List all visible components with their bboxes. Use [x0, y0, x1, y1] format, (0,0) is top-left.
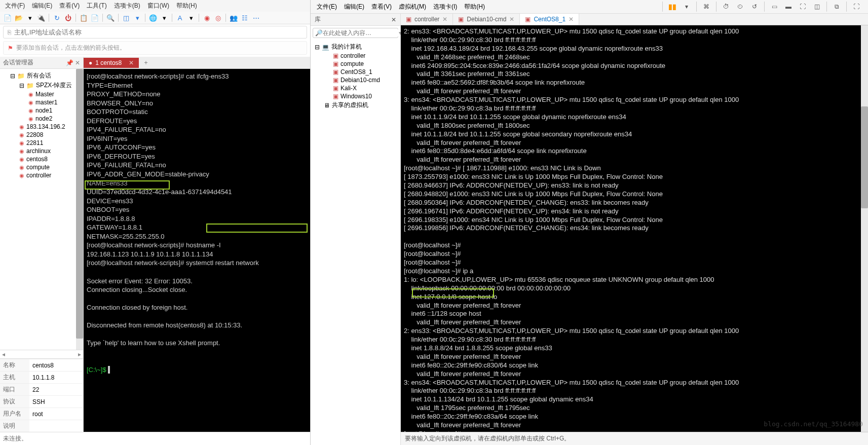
vm-menu-vm[interactable]: 虚拟机(M): [399, 3, 426, 11]
tree-scrollbar[interactable]: [76, 69, 83, 350]
vmware-window: 文件(E) 编辑(E) 查看(V) 虚拟机(M) 选项卡(I) 帮助(H) ▮▮…: [311, 0, 868, 445]
address-input[interactable]: [14, 28, 303, 36]
menu-tabs[interactable]: 选项卡(B): [114, 2, 140, 10]
xftp-icon[interactable]: ◉: [202, 13, 211, 22]
tree-item-master-u[interactable]: Master: [35, 91, 54, 98]
view-fullscreen-icon[interactable]: ⛶: [797, 2, 808, 12]
reconnect-icon[interactable]: ↻: [52, 13, 61, 22]
send-ctrl-alt-del-icon[interactable]: ⌘: [701, 2, 712, 12]
vm-menu-file[interactable]: 文件(E): [317, 3, 337, 11]
paste-icon[interactable]: 📄: [90, 13, 99, 22]
snapshot-revert-icon[interactable]: ↺: [749, 2, 760, 12]
vm-menu-view[interactable]: 查看(V): [371, 3, 392, 11]
lib-debian10[interactable]: Debian10-cmd: [341, 77, 380, 84]
view-single-icon[interactable]: ▭: [769, 2, 780, 12]
tree-folder1[interactable]: SPZX-悼度云: [36, 81, 72, 90]
disconnect-icon[interactable]: ⏻: [63, 13, 72, 22]
lib-root[interactable]: 我的计算机: [331, 43, 362, 51]
lib-controller[interactable]: controller: [341, 52, 365, 59]
pause-button[interactable]: ▮▮: [667, 2, 678, 12]
tool3-icon[interactable]: ☷: [240, 13, 249, 22]
connect-icon[interactable]: 🔌: [36, 13, 46, 22]
pin-close-icons[interactable]: 📌 ✕: [66, 59, 80, 66]
prop-desc-val: [29, 420, 83, 432]
prop-desc-label: 说明: [0, 420, 29, 432]
close-icon[interactable]: ✕: [442, 16, 447, 23]
prop-host-val: 10.1.1.8: [29, 372, 83, 384]
menu-help[interactable]: 帮助(H): [176, 2, 197, 10]
font-icon[interactable]: A: [175, 13, 184, 22]
close-icon[interactable]: ✕: [509, 16, 514, 23]
tool2-icon[interactable]: ◎: [213, 13, 222, 22]
menu-edit[interactable]: 编辑(E): [32, 2, 52, 10]
power-dropdown-icon[interactable]: ▾: [681, 2, 692, 12]
prop-port-val: 22: [29, 384, 83, 396]
open-icon[interactable]: 📂: [14, 13, 23, 22]
xshell-menubar: 文件(F) 编辑(E) 查看(V) 工具(T) 选项卡(B) 窗口(W) 帮助(…: [0, 0, 310, 12]
lib-compute[interactable]: compute: [341, 60, 364, 67]
tree-item-node2[interactable]: node2: [35, 115, 52, 122]
vm-tab-controller[interactable]: ▣controller✕: [401, 14, 453, 25]
vm-scrollbar[interactable]: [861, 25, 868, 432]
tree-item-183[interactable]: 183.134.196.2: [26, 123, 65, 130]
tree-item-node1[interactable]: node1: [35, 107, 52, 114]
lib-kalix[interactable]: Kali-X: [341, 85, 357, 92]
lib-win10[interactable]: Windows10: [341, 93, 372, 100]
dropdown-icon[interactable]: ▾: [25, 13, 34, 22]
stretch-icon[interactable]: ⛶: [851, 2, 862, 12]
globe-icon[interactable]: 🌐: [148, 13, 158, 22]
tree-item-compute[interactable]: compute: [26, 164, 50, 171]
tab-close-icon[interactable]: ✕: [129, 59, 134, 66]
menu-tools[interactable]: 工具(T): [87, 2, 106, 10]
search-icon[interactable]: 🔍: [106, 13, 115, 22]
console-icon[interactable]: ⧉: [831, 2, 842, 12]
copy-icon[interactable]: 📋: [79, 13, 88, 22]
tree-item-controller[interactable]: controller: [26, 172, 51, 179]
new-session-icon[interactable]: 📄: [3, 13, 12, 22]
tab-centos8[interactable]: ● 1 centos8 ✕: [84, 58, 139, 68]
users-icon[interactable]: 👥: [229, 13, 238, 22]
view-single2-icon[interactable]: ▬: [783, 2, 794, 12]
tree-hscroll-left[interactable]: ◂: [2, 351, 5, 358]
tree-hscroll-right[interactable]: ▸: [78, 351, 81, 358]
vm-tab-centos8[interactable]: ▣CentOS8_1✕: [520, 14, 579, 25]
tree-root[interactable]: 所有会话: [27, 71, 51, 80]
tab-add-button[interactable]: ＋: [139, 57, 153, 68]
prop-user-val: root: [29, 408, 83, 420]
library-tree[interactable]: ⊟💻我的计算机 ▣controller ▣compute ▣CentOS8_1 …: [311, 40, 400, 445]
tree-item-master1[interactable]: master1: [35, 99, 57, 106]
session-tree[interactable]: ⊟📁所有会话 ⊟📁SPZX-悼度云 ◉Master ◉master1 ◉node…: [0, 69, 83, 350]
snapshot-take-icon[interactable]: ⏱: [721, 2, 732, 12]
vm-menu-edit[interactable]: 编辑(E): [344, 3, 364, 11]
xshell-terminal[interactable]: [root@localhost network-scripts]# cat if…: [84, 69, 310, 432]
library-close-icon[interactable]: ✕: [391, 16, 396, 23]
vm-menu-help[interactable]: 帮助(H): [464, 3, 485, 11]
dropdown3-icon[interactable]: ▾: [186, 13, 196, 22]
snapshot-manage-icon[interactable]: ⏲: [735, 2, 746, 12]
vm-icon: ▣: [333, 77, 338, 84]
library-search[interactable]: 🔎 ▾: [313, 28, 398, 38]
prop-proto-label: 协议: [0, 396, 29, 408]
menu-window[interactable]: 窗口(W): [147, 2, 169, 10]
vmware-terminal[interactable]: 2: ens33: <BROADCAST,MULTICAST,UP,LOWER_…: [401, 25, 868, 432]
vm-icon: ▣: [333, 60, 338, 67]
tile2-icon[interactable]: ▾: [133, 13, 142, 22]
address-bar[interactable]: ⎘: [3, 26, 307, 39]
lib-shared[interactable]: 共享的虚拟机: [332, 101, 368, 109]
vm-menu-tabs[interactable]: 选项卡(I): [433, 3, 457, 11]
lib-centos8[interactable]: CentOS8_1: [341, 68, 372, 76]
menu-file[interactable]: 文件(F): [5, 2, 25, 10]
tool4-icon[interactable]: ⋯: [251, 13, 260, 22]
tree-item-archlinux[interactable]: archlinux: [26, 147, 51, 155]
library-search-input[interactable]: [323, 29, 399, 36]
menu-view[interactable]: 查看(V): [59, 2, 80, 10]
vm-tab-debian10[interactable]: ▣Debian10-cmd✕: [453, 14, 520, 25]
tree-item-22811[interactable]: 22811: [26, 139, 43, 146]
tile-icon[interactable]: ◫: [122, 13, 131, 22]
tree-item-22808[interactable]: 22808: [26, 131, 43, 138]
close-icon[interactable]: ✕: [569, 16, 574, 23]
tree-item-centos8[interactable]: centos8: [26, 156, 48, 163]
dropdown2-icon[interactable]: ▾: [160, 13, 169, 22]
view-unity-icon[interactable]: ◫: [811, 2, 822, 12]
prop-port-label: 端口: [0, 384, 29, 396]
